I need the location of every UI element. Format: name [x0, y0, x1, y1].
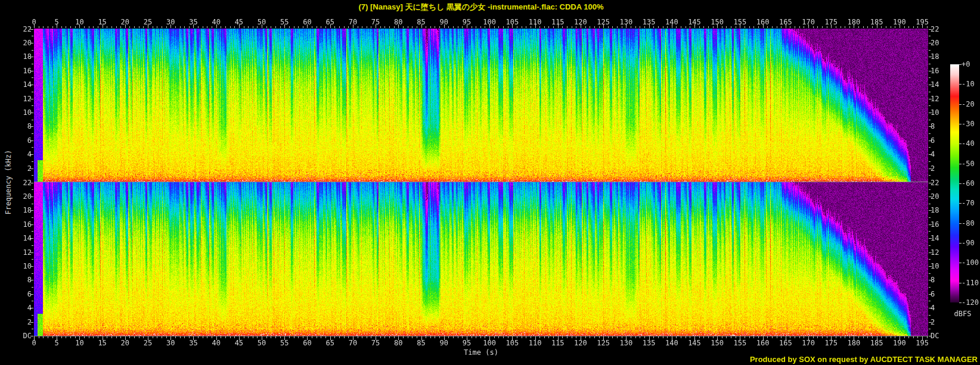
freq-tick-label: 22 — [7, 179, 32, 187]
freq-tick-label: 2 — [931, 164, 956, 173]
freq-tick-label: 4 — [7, 150, 32, 158]
db-tick-label: -100 — [962, 258, 980, 267]
freq-tick-label: 16 — [7, 220, 32, 229]
freq-tick-label: 8 — [7, 122, 32, 130]
spectrogram-left-channel — [34, 29, 928, 182]
freq-tick-label: 10 — [7, 262, 32, 270]
freq-tick-label: 10 — [7, 108, 32, 117]
db-tick-label: -40 — [962, 139, 980, 148]
freq-tick-label: 6 — [7, 290, 32, 298]
freq-tick-label: 18 — [7, 206, 32, 214]
freq-tick-label: 4 — [931, 150, 956, 158]
freq-tick-label-dc: DC — [7, 332, 32, 340]
freq-tick-label: 16 — [7, 67, 32, 75]
spectrogram-right-channel — [34, 182, 928, 336]
db-tick-label: -80 — [962, 219, 980, 227]
freq-tick-label: 8 — [931, 122, 956, 130]
freq-tick-label: 6 — [931, 290, 956, 298]
freq-tick-label: 8 — [7, 276, 32, 284]
db-tick-label: -120 — [962, 298, 980, 307]
page-title: (7) [Nanasy] 天に堕ちし 黒翼の少女 -instrumental-.… — [34, 2, 928, 13]
freq-tick-label: 12 — [931, 248, 956, 257]
db-tick-label: -30 — [962, 120, 980, 128]
freq-tick-label: 20 — [931, 39, 956, 47]
freq-tick-label: 10 — [931, 262, 956, 270]
sox-spectrogram-window: (7) [Nanasy] 天に堕ちし 黒翼の少女 -instrumental-.… — [0, 0, 980, 365]
freq-tick-label: 18 — [931, 52, 956, 61]
freq-tick-label: 16 — [931, 220, 956, 229]
freq-tick-label: 14 — [7, 234, 32, 242]
freq-tick-label: 6 — [931, 136, 956, 145]
db-tick-label: -90 — [962, 239, 980, 247]
freq-tick-label: 10 — [931, 108, 956, 117]
time-tick-label: 195 — [909, 339, 935, 347]
credit-text: Produced by SOX on request by AUCDTECT T… — [750, 355, 978, 364]
freq-tick-label: 12 — [7, 248, 32, 257]
freq-tick-label: 8 — [931, 276, 956, 284]
freq-tick-label: 14 — [931, 80, 956, 89]
db-tick-label: +0 — [962, 60, 980, 68]
db-tick-label: -60 — [962, 179, 980, 188]
freq-tick-label: 18 — [7, 52, 32, 61]
freq-tick-label: 18 — [931, 206, 956, 214]
db-tick-label: -10 — [962, 80, 980, 88]
db-tick-label: -50 — [962, 160, 980, 168]
freq-tick-label: 6 — [7, 136, 32, 145]
freq-tick-label: 20 — [931, 192, 956, 201]
db-tick-label: -70 — [962, 199, 980, 207]
freq-tick-label: 20 — [7, 39, 32, 47]
freq-tick-label: 2 — [7, 318, 32, 326]
freq-tick-label: 22 — [7, 25, 32, 33]
freq-tick-label: 22 — [931, 179, 956, 187]
db-tick-label: -20 — [962, 100, 980, 108]
freq-tick-label-dc: DC — [931, 332, 956, 340]
freq-tick-label: 2 — [7, 164, 32, 173]
freq-tick-label: 12 — [7, 95, 32, 103]
freq-tick-label: 2 — [931, 318, 956, 326]
freq-tick-label: 12 — [931, 95, 956, 103]
db-tick-label: -110 — [962, 279, 980, 287]
freq-tick-label: 4 — [7, 304, 32, 312]
freq-tick-label: 22 — [931, 25, 956, 33]
freq-tick-label: 16 — [931, 67, 956, 75]
freq-tick-label: 20 — [7, 192, 32, 201]
colorbar-unit-label: dBFS — [949, 310, 976, 318]
freq-tick-label: 14 — [7, 80, 32, 89]
freq-tick-label: 14 — [931, 234, 956, 242]
